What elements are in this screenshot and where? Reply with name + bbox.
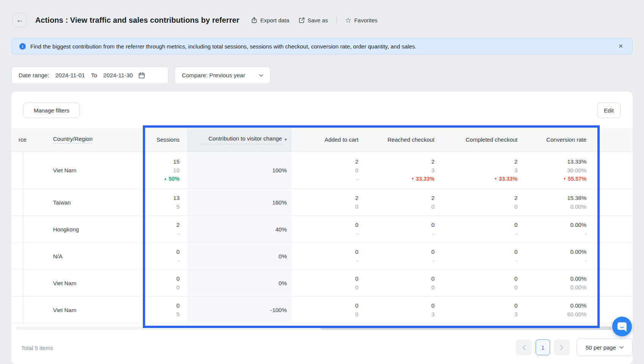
total-items-label: Total 5 items (21, 345, 53, 351)
column-header-conversion-rate: Conversion rate (525, 128, 594, 152)
table-row[interactable]: Viet Nam000%0000000.00%0.00% (11, 270, 633, 297)
star-icon: ☆ (345, 17, 352, 24)
metric-cell: 00 (136, 270, 187, 296)
metric-primary: 0.00% (570, 301, 586, 310)
next-page-button[interactable] (554, 339, 570, 355)
country-cell: Taiwan (53, 189, 136, 216)
metric-dash: - (516, 229, 517, 238)
metric-cell: 0- (136, 243, 187, 269)
metric-secondary: 0 (355, 283, 358, 292)
previous-page-button[interactable] (516, 339, 532, 355)
metric-secondary: 3 (514, 166, 517, 175)
metric-cell: 0- (292, 243, 366, 269)
metric-cell: 20 (292, 189, 366, 216)
metric-dash: - (356, 256, 358, 265)
table-row[interactable]: Viet Nam1510▲50%100%20-23▼33.33%23▼33.33… (11, 152, 633, 189)
column-header-country[interactable]: Country/Region (53, 128, 136, 152)
report-card: Manage filters Edit rce Country/Region S… (11, 92, 633, 364)
table-row[interactable]: N/A0-0%0-0-0-0.00%- (11, 243, 633, 270)
metric-secondary: 3 (431, 310, 435, 319)
metric-secondary: 0 (355, 310, 358, 319)
down-arrow-icon: ▼ (494, 177, 497, 181)
current-page-button[interactable]: 1 (536, 339, 550, 355)
down-arrow-icon: ▼ (411, 177, 414, 181)
metric-primary: 0 (514, 274, 517, 283)
metric-secondary: 3 (431, 166, 435, 175)
metric-cell: 00 (366, 270, 442, 296)
metric-secondary: 5 (177, 202, 180, 211)
metric-dash: - (178, 256, 180, 265)
down-arrow-icon: ▼ (563, 177, 566, 181)
favorites-button[interactable]: ☆ Favorites (342, 14, 381, 26)
column-header-contribution[interactable]: Contribution to visitor change ▾ (187, 128, 292, 152)
date-range-picker[interactable]: Date range: 2024-11-01 To 2024-11-30 (11, 67, 169, 84)
metric-cell: 23▼33.33% (366, 152, 442, 189)
metric-dash: - (585, 229, 586, 238)
edit-button[interactable]: Edit (597, 103, 621, 118)
metric-cell: 0.00%- (525, 243, 594, 269)
metric-secondary: 30.00% (567, 166, 586, 175)
start-date-value[interactable]: 2024-11-01 (55, 72, 85, 79)
compare-value: Compare: Previous year (182, 72, 245, 79)
save-as-button[interactable]: Save as (295, 15, 331, 26)
metric-cell: 0- (292, 216, 366, 242)
metric-secondary: 0 (177, 283, 180, 292)
pagination: 1 (516, 339, 570, 355)
chevron-right-icon (560, 345, 563, 350)
metric-cell: 13.33%30.00%▼55.57% (525, 152, 594, 189)
table-header-row: rce Country/Region Sessions Contribution… (11, 128, 633, 152)
source-cell (11, 216, 53, 242)
metric-up: ▲50% (164, 175, 180, 183)
filler-cell (594, 216, 633, 242)
per-page-select[interactable]: 50 per page (577, 339, 633, 356)
chat-launcher-button[interactable] (612, 317, 632, 336)
table-body: Viet Nam1510▲50%100%20-23▼33.33%23▼33.33… (11, 152, 633, 323)
metric-secondary: 0 (514, 202, 517, 211)
banner-close-icon[interactable]: ✕ (617, 41, 625, 51)
metric-down: ▼55.57% (563, 175, 586, 183)
metric-primary: 0 (514, 301, 517, 310)
page-header: ← Actions : View traffic and sales contr… (13, 11, 633, 29)
table-row[interactable]: Hongkong2-40%0-0-0-0.00%- (11, 216, 633, 243)
metric-secondary: 0 (355, 166, 358, 175)
metric-primary: 2 (355, 157, 358, 166)
export-data-button[interactable]: Export data (248, 14, 292, 26)
country-cell: Viet Nam (53, 152, 136, 189)
calendar-icon (138, 72, 145, 79)
table-row[interactable]: Taiwan135160%20202015.38%0.00% (11, 189, 633, 216)
metric-dash: - (433, 256, 435, 265)
metric-cell: 135 (136, 189, 187, 216)
metric-primary: 15.38% (567, 194, 586, 202)
metric-secondary: 3 (514, 310, 517, 319)
manage-filters-button[interactable]: Manage filters (23, 103, 80, 118)
export-label: Export data (260, 17, 289, 23)
filler-cell (594, 189, 633, 216)
compare-dropdown[interactable]: Compare: Previous year (175, 67, 270, 84)
metric-cell: 00 (292, 270, 366, 296)
metric-primary: 15 (173, 157, 180, 166)
table-row[interactable]: Viet Nam05-100%0003030.00%60.00% (11, 297, 633, 323)
metric-primary: 0 (514, 247, 517, 256)
external-link-icon (299, 17, 305, 23)
info-banner-text: Find the biggest contribution from the r… (30, 43, 416, 50)
header-actions: Export data Save as ☆ Favorites (248, 14, 381, 26)
contribution-cell: 40% (187, 216, 292, 242)
metric-secondary: 0.00% (570, 202, 586, 211)
filler-cell (594, 270, 633, 296)
metric-cell: 20 (366, 189, 442, 216)
chevron-left-icon (522, 345, 525, 350)
end-date-value[interactable]: 2024-11-30 (103, 72, 133, 79)
metric-primary: 13.33% (567, 157, 586, 166)
metric-dash: - (356, 175, 358, 183)
horizontal-scrollbar (15, 327, 629, 330)
contribution-cell: 0% (187, 270, 292, 296)
horizontal-scrollbar-thumb[interactable] (320, 327, 611, 330)
metric-cell: 2- (136, 216, 187, 242)
metric-cell: 03 (366, 297, 442, 323)
metric-secondary: 0 (431, 202, 435, 211)
metric-cell: 1510▲50% (136, 152, 187, 189)
metric-primary: 0.00% (570, 274, 586, 283)
metric-cell: 0.00%0.00% (525, 270, 594, 296)
metric-cell: 15.38%0.00% (525, 189, 594, 216)
back-button[interactable]: ← (13, 13, 27, 27)
